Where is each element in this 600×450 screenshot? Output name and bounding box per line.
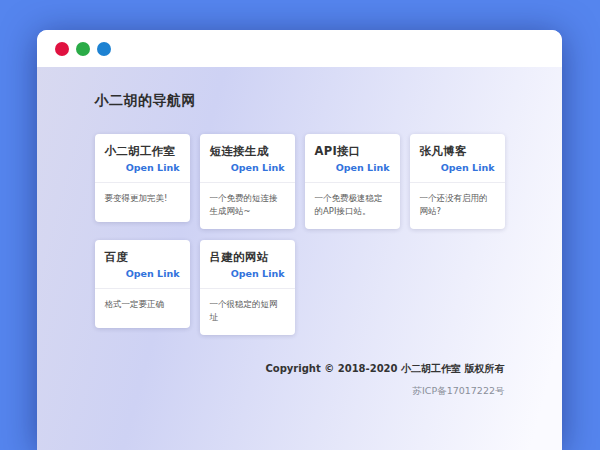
card-header: 小二胡工作室 Open Link <box>95 134 190 183</box>
card-header: 张凡博客 Open Link <box>410 134 505 183</box>
card-title: 短连接生成 <box>210 144 269 158</box>
open-link[interactable]: Open Link <box>231 158 285 174</box>
open-link[interactable]: Open Link <box>126 264 180 280</box>
card-description: 一个很稳定的短网址 <box>200 289 295 335</box>
icp-license-text: 苏ICP备17017222号 <box>95 385 505 398</box>
card-title: API接口 <box>315 144 361 158</box>
card-description: 格式一定要正确 <box>95 289 190 328</box>
card-description: 要变得更加完美! <box>95 183 190 222</box>
card-xiaoerhu-studio: 小二胡工作室 Open Link 要变得更加完美! <box>95 134 190 222</box>
footer: Copyright © 2018-2020 小二胡工作室 版权所有 苏ICP备1… <box>95 362 505 398</box>
card-header: 百度 Open Link <box>95 240 190 289</box>
card-zhangfan-blog: 张凡博客 Open Link 一个还没有启用的网站? <box>410 134 505 229</box>
open-link[interactable]: Open Link <box>126 158 180 174</box>
card-baidu: 百度 Open Link 格式一定要正确 <box>95 240 190 328</box>
window-minimize-dot[interactable] <box>76 42 90 56</box>
page-title: 小二胡的导航网 <box>95 67 505 110</box>
card-title: 小二胡工作室 <box>105 144 176 158</box>
open-link[interactable]: Open Link <box>336 158 390 174</box>
card-title: 百度 <box>105 250 129 264</box>
copyright-text: Copyright © 2018-2020 小二胡工作室 版权所有 <box>95 362 505 376</box>
card-lvjian-site: 吕建的网站 Open Link 一个很稳定的短网址 <box>200 240 295 335</box>
card-description: 一个免费极速稳定的API接口站。 <box>305 183 400 229</box>
card-api: API接口 Open Link 一个免费极速稳定的API接口站。 <box>305 134 400 229</box>
card-description: 一个还没有启用的网站? <box>410 183 505 229</box>
open-link[interactable]: Open Link <box>441 158 495 174</box>
card-description: 一个免费的短连接生成网站~ <box>200 183 295 229</box>
card-shortlink-generator: 短连接生成 Open Link 一个免费的短连接生成网站~ <box>200 134 295 229</box>
card-grid: 小二胡工作室 Open Link 要变得更加完美! 短连接生成 Open Lin… <box>95 134 505 335</box>
card-header: 短连接生成 Open Link <box>200 134 295 183</box>
window-maximize-dot[interactable] <box>97 42 111 56</box>
card-header: API接口 Open Link <box>305 134 400 183</box>
card-header: 吕建的网站 Open Link <box>200 240 295 289</box>
page-content: 小二胡的导航网 小二胡工作室 Open Link 要变得更加完美! 短连接生成 … <box>37 67 562 450</box>
card-title: 张凡博客 <box>420 144 467 158</box>
card-title: 吕建的网站 <box>210 250 269 264</box>
open-link[interactable]: Open Link <box>231 264 285 280</box>
window-titlebar <box>37 30 562 67</box>
browser-window: 小二胡的导航网 小二胡工作室 Open Link 要变得更加完美! 短连接生成 … <box>37 30 562 450</box>
window-close-dot[interactable] <box>55 42 69 56</box>
